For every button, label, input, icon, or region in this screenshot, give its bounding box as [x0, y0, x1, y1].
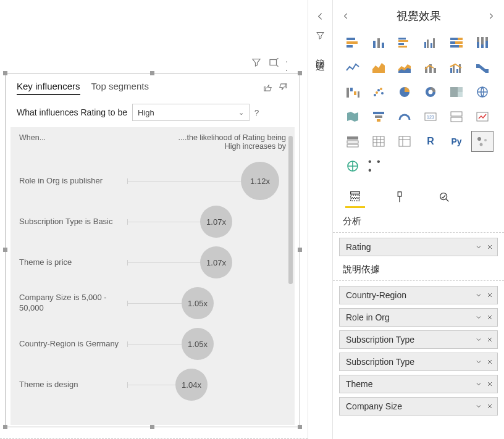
scatter-icon[interactable] [368, 82, 390, 102]
clustered-column-icon[interactable] [419, 32, 442, 53]
field-name: Subscription Type [346, 335, 414, 345]
resize-handle[interactable] [3, 248, 7, 252]
remove-field-icon[interactable] [486, 358, 494, 366]
r-visual-icon[interactable]: R [419, 131, 442, 152]
influencer-row[interactable]: Role in Org is publisher1.12x [19, 161, 286, 201]
python-visual-icon[interactable]: Py [445, 131, 468, 152]
remove-field-icon[interactable] [486, 314, 494, 321]
svg-rect-18 [455, 41, 463, 44]
ribbon-chart-icon[interactable] [471, 57, 494, 78]
map-icon[interactable] [471, 82, 494, 102]
scrollbar[interactable] [288, 136, 293, 284]
field-well[interactable]: Subscription Type [339, 353, 498, 371]
influencer-row[interactable]: Company Size is 5,000 - 50,0001.05x [19, 283, 286, 324]
svg-point-41 [376, 91, 378, 94]
line-clustered-column-icon[interactable] [445, 57, 468, 78]
stacked-area-icon[interactable] [393, 57, 416, 78]
thumbs-up-icon[interactable] [262, 82, 273, 94]
svg-rect-14 [433, 38, 435, 48]
svg-rect-62 [399, 136, 410, 146]
pie-icon[interactable] [393, 82, 416, 102]
stacked-bar-icon[interactable] [342, 32, 364, 53]
field-name: Subscription Type [346, 357, 414, 367]
remove-field-icon[interactable] [486, 380, 494, 388]
stacked-column-icon[interactable] [368, 32, 390, 53]
tab-key-influencers[interactable]: Key influencers [17, 81, 80, 95]
format-tab[interactable] [390, 190, 410, 207]
stacked-bar-100-icon[interactable] [445, 32, 468, 53]
resize-handle[interactable] [3, 425, 7, 429]
help-icon[interactable]: ? [254, 108, 259, 117]
field-well[interactable]: Theme [339, 375, 498, 393]
influencer-row[interactable]: Subscription Type is Basic1.07x [19, 201, 286, 242]
filter-icon[interactable] [251, 57, 262, 70]
focus-mode-icon[interactable] [268, 57, 279, 70]
slicer-icon[interactable] [342, 131, 364, 152]
target-value-dropdown[interactable]: High ⌄ [132, 104, 250, 121]
chevron-down-icon [475, 243, 482, 251]
svg-rect-34 [346, 88, 349, 98]
area-chart-icon[interactable] [368, 57, 390, 78]
chevron-left-icon [315, 11, 326, 22]
svg-point-45 [429, 90, 433, 94]
multi-row-card-icon[interactable] [445, 106, 468, 127]
resize-handle[interactable] [150, 71, 154, 75]
resize-handle[interactable] [298, 248, 302, 252]
thumbs-down-icon[interactable] [278, 82, 288, 94]
explain-by-section-label: 說明依據 [333, 260, 504, 280]
svg-rect-6 [382, 43, 384, 48]
arcgis-map-icon[interactable] [342, 156, 364, 177]
svg-point-65 [480, 143, 483, 146]
svg-rect-5 [377, 38, 380, 48]
fields-tab[interactable] [345, 189, 365, 208]
resize-handle[interactable] [298, 71, 302, 75]
filters-pane-collapsed[interactable]: 篩選 [308, 0, 332, 439]
treemap-icon[interactable] [445, 82, 468, 102]
question-row: What influences Rating to be High ⌄ ? [6, 101, 300, 127]
clustered-bar-icon[interactable] [393, 32, 416, 53]
kpi-icon[interactable] [471, 106, 494, 127]
funnel-icon[interactable] [368, 106, 390, 127]
field-well[interactable]: Subscription Type [339, 330, 498, 349]
resize-handle[interactable] [298, 425, 302, 429]
resize-handle[interactable] [150, 425, 154, 429]
key-influencers-visual[interactable]: Key influencers Top segments What influe… [5, 73, 300, 427]
chevron-down-icon [475, 291, 482, 299]
more-options-icon[interactable]: · · · [285, 57, 296, 68]
remove-field-icon[interactable] [486, 336, 494, 343]
analytics-tab[interactable] [434, 190, 454, 207]
field-well[interactable]: Country-Region [339, 286, 498, 304]
question-prefix: What influences Rating to be [17, 107, 127, 117]
influencer-row[interactable]: Country-Region is Germany1.05x [19, 324, 286, 364]
gauge-icon[interactable] [393, 106, 416, 127]
line-chart-icon[interactable] [342, 57, 364, 78]
field-well[interactable]: Company Size [339, 397, 498, 416]
get-more-visuals-icon[interactable]: • • • [368, 156, 390, 177]
dropdown-value: High [138, 108, 154, 117]
matrix-icon[interactable] [393, 131, 416, 152]
line-stacked-column-icon[interactable] [419, 57, 442, 78]
explain-by-field-wells: Country-RegionRole in OrgSubscription Ty… [333, 280, 504, 419]
field-well[interactable]: Rating [339, 238, 498, 256]
svg-rect-16 [458, 38, 463, 40]
tab-top-segments[interactable]: Top segments [91, 81, 149, 95]
chevron-left-icon[interactable] [342, 12, 350, 20]
waterfall-icon[interactable] [342, 82, 364, 102]
field-well[interactable]: Role in Org [339, 308, 498, 327]
influencer-row[interactable]: Theme is price1.07x [19, 242, 286, 283]
svg-rect-4 [373, 41, 376, 48]
svg-rect-7 [398, 38, 406, 40]
key-influencers-icon[interactable] [471, 131, 494, 152]
remove-field-icon[interactable] [486, 291, 494, 299]
chevron-right-icon[interactable] [487, 12, 495, 20]
influencer-row[interactable]: Theme is design1.04x [19, 364, 286, 405]
resize-handle[interactable] [3, 71, 7, 75]
donut-icon[interactable] [419, 82, 442, 102]
remove-field-icon[interactable] [486, 243, 494, 251]
table-icon[interactable] [368, 131, 390, 152]
filled-map-icon[interactable] [342, 106, 364, 127]
remove-field-icon[interactable] [486, 403, 494, 410]
stacked-column-100-icon[interactable] [471, 32, 494, 53]
card-icon[interactable]: 123 [419, 106, 442, 127]
connector-line [127, 344, 182, 345]
